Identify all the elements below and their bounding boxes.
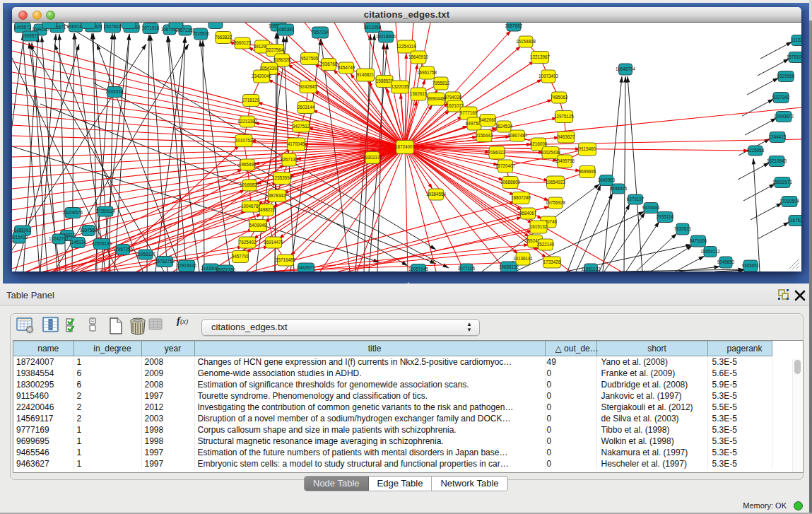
svg-text:1085381: 1085381 <box>277 27 295 32</box>
svg-text:9699695: 9699695 <box>579 169 596 174</box>
svg-text:19654923: 19654923 <box>546 180 566 185</box>
svg-text:8990448: 8990448 <box>428 96 445 101</box>
svg-text:1733426: 1733426 <box>543 259 561 264</box>
svg-text:1322035: 1322035 <box>392 84 409 89</box>
svg-text:2687682: 2687682 <box>505 23 523 28</box>
svg-text:10057945: 10057945 <box>408 267 429 271</box>
svg-text:9242845: 9242845 <box>300 84 317 89</box>
svg-text:15692971: 15692971 <box>772 180 793 185</box>
svg-text:10973493: 10973493 <box>539 74 559 78</box>
svg-text:15720407: 15720407 <box>495 163 516 168</box>
svg-text:12213967: 12213967 <box>530 54 551 59</box>
svg-text:6482877: 6482877 <box>298 265 315 270</box>
svg-text:9227342: 9227342 <box>772 95 790 100</box>
svg-text:8454749: 8454749 <box>338 65 355 70</box>
svg-text:1527602: 1527602 <box>104 24 122 29</box>
svg-text:19384554: 19384554 <box>426 192 447 197</box>
svg-text:10807487: 10807487 <box>507 133 528 138</box>
svg-text:3624534: 3624534 <box>495 124 513 129</box>
svg-text:16648784: 16648784 <box>616 66 636 71</box>
svg-text:1615132: 1615132 <box>530 224 548 229</box>
svg-text:16961758: 16961758 <box>417 70 437 75</box>
svg-text:7955812: 7955812 <box>433 81 450 86</box>
svg-text:23420046: 23420046 <box>252 74 272 78</box>
svg-text:5462060: 5462060 <box>479 117 497 122</box>
svg-text:3915413: 3915413 <box>12 235 28 240</box>
svg-text:9684067: 9684067 <box>519 211 537 216</box>
svg-text:3227564: 3227564 <box>266 47 284 52</box>
svg-text:19166827: 19166827 <box>240 182 260 187</box>
svg-text:15751074: 15751074 <box>787 54 801 59</box>
svg-text:9463627: 9463627 <box>558 134 575 139</box>
svg-text:7857234: 7857234 <box>312 30 329 35</box>
svg-text:12093872: 12093872 <box>774 114 794 119</box>
svg-text:12353594: 12353594 <box>272 175 293 180</box>
svg-text:19756928: 19756928 <box>546 200 566 205</box>
svg-text:9777169: 9777169 <box>460 110 478 115</box>
svg-text:11881122: 11881122 <box>581 267 601 271</box>
svg-text:9146821: 9146821 <box>357 72 375 77</box>
svg-text:16782759: 16782759 <box>155 259 175 264</box>
svg-text:3427512: 3427512 <box>293 124 310 129</box>
svg-text:8186328: 8186328 <box>273 57 291 62</box>
svg-text:7625402: 7625402 <box>239 240 257 245</box>
svg-text:2603144: 2603144 <box>298 105 315 110</box>
svg-text:12923446: 12923446 <box>177 263 197 268</box>
svg-text:17010504: 17010504 <box>779 199 800 204</box>
svg-text:1244415: 1244415 <box>769 134 787 139</box>
svg-text:9474444: 9474444 <box>642 205 660 210</box>
svg-text:12975125: 12975125 <box>554 114 575 119</box>
svg-text:17957255: 17957255 <box>113 247 134 252</box>
svg-text:1112233: 1112233 <box>791 37 801 42</box>
svg-text:1588520: 1588520 <box>376 78 394 83</box>
svg-text:2156443: 2156443 <box>476 133 493 138</box>
svg-text:26206576: 26206576 <box>63 210 83 215</box>
svg-text:4170045: 4170045 <box>288 141 305 146</box>
svg-text:9794028: 9794028 <box>445 95 462 100</box>
svg-text:7663822: 7663822 <box>215 35 233 40</box>
svg-text:1071916: 1071916 <box>142 25 160 30</box>
svg-text:10025438: 10025438 <box>541 150 561 155</box>
svg-text:7632621: 7632621 <box>674 226 692 231</box>
svg-text:8471626: 8471626 <box>690 238 707 243</box>
svg-text:6216000: 6216000 <box>530 141 548 146</box>
svg-text:2935114: 2935114 <box>657 214 674 219</box>
svg-text:1362615: 1362615 <box>410 91 428 96</box>
svg-text:1167534: 1167534 <box>788 218 801 223</box>
svg-text:12254319: 12254319 <box>396 44 417 49</box>
svg-text:1905572: 1905572 <box>22 33 40 38</box>
svg-text:7515536: 7515536 <box>192 31 210 36</box>
svg-text:9329966: 9329966 <box>777 74 795 78</box>
svg-text:3878342: 3878342 <box>269 193 286 198</box>
svg-text:2936768: 2936768 <box>320 62 338 66</box>
svg-text:9115460: 9115460 <box>579 146 596 151</box>
svg-text:12505135: 12505135 <box>92 241 112 246</box>
svg-text:9527505: 9527505 <box>301 56 319 61</box>
svg-text:2522140: 2522140 <box>537 242 555 247</box>
svg-text:16210643: 16210643 <box>767 158 787 163</box>
svg-text:18807249: 18807249 <box>511 195 531 200</box>
svg-text:3498222: 3498222 <box>258 207 276 212</box>
svg-text:7086322: 7086322 <box>488 150 506 155</box>
svg-text:1640955: 1640955 <box>598 177 616 182</box>
svg-text:10688609: 10688609 <box>500 180 521 185</box>
svg-text:15716485: 15716485 <box>276 257 296 262</box>
svg-text:1405572: 1405572 <box>14 25 32 30</box>
svg-text:18640910: 18640910 <box>408 54 429 59</box>
svg-text:9345651: 9345651 <box>742 263 760 268</box>
svg-text:8813054: 8813054 <box>364 25 382 30</box>
svg-text:2718129: 2718129 <box>242 98 260 103</box>
svg-text:17359924: 17359924 <box>95 209 116 214</box>
svg-text:8660123: 8660123 <box>234 40 252 45</box>
svg-text:8215958: 8215958 <box>747 148 765 153</box>
svg-text:19302373: 19302373 <box>363 155 383 160</box>
svg-text:19218906: 19218906 <box>376 34 396 39</box>
svg-text:18724007: 18724007 <box>395 144 416 149</box>
svg-text:19688132: 19688132 <box>499 264 519 269</box>
svg-text:12213382: 12213382 <box>237 119 258 124</box>
svg-text:1010752: 1010752 <box>235 138 253 143</box>
svg-text:15495796: 15495796 <box>555 158 575 163</box>
svg-text:16154808: 16154808 <box>516 39 536 44</box>
svg-text:1145134: 1145134 <box>69 240 87 245</box>
svg-text:18922760: 18922760 <box>216 267 236 271</box>
